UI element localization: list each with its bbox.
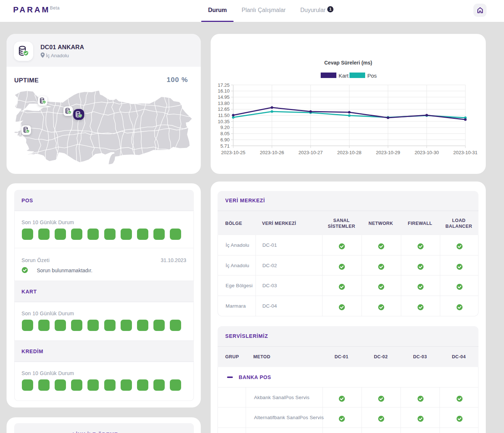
svg-text:8.05: 8.05 xyxy=(220,131,230,136)
svg-text:9.20: 9.20 xyxy=(220,125,230,130)
svg-text:12.65: 12.65 xyxy=(218,106,230,112)
svg-text:2023-10-26: 2023-10-26 xyxy=(260,150,284,155)
svg-text:14.95: 14.95 xyxy=(218,94,230,100)
svg-text:11.50: 11.50 xyxy=(218,113,230,118)
svg-text:16.10: 16.10 xyxy=(218,88,230,94)
svg-text:2023-10-28: 2023-10-28 xyxy=(337,150,362,155)
svg-text:2023-10-27: 2023-10-27 xyxy=(298,150,323,155)
svg-text:2023-10-30: 2023-10-30 xyxy=(415,150,439,155)
svg-text:17.25: 17.25 xyxy=(218,82,230,88)
svg-text:13.80: 13.80 xyxy=(218,101,230,106)
svg-text:5.71: 5.71 xyxy=(220,143,230,149)
svg-text:2023-10-25: 2023-10-25 xyxy=(221,150,246,155)
svg-text:6.90: 6.90 xyxy=(220,137,230,143)
svg-text:2023-10-29: 2023-10-29 xyxy=(376,150,400,155)
svg-text:2023-10-31: 2023-10-31 xyxy=(453,150,478,155)
svg-text:10.35: 10.35 xyxy=(218,119,230,124)
